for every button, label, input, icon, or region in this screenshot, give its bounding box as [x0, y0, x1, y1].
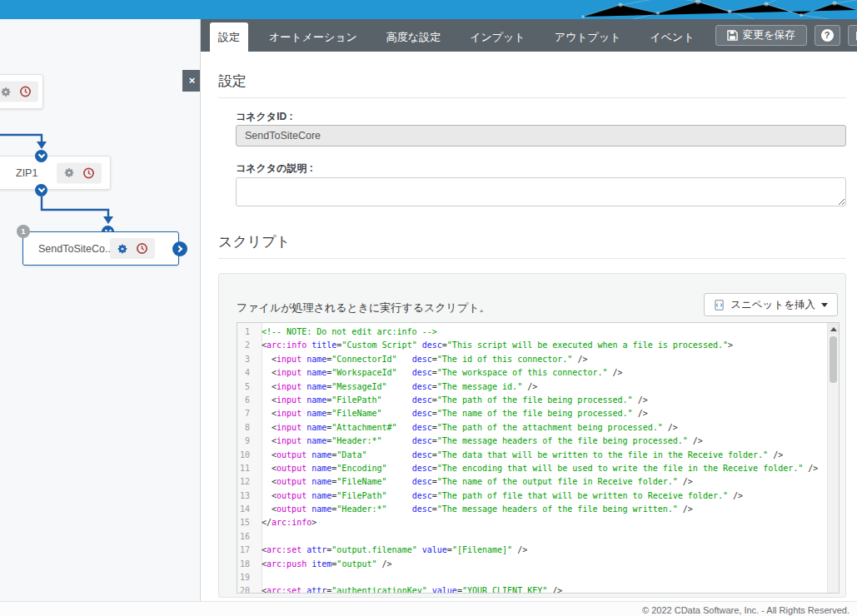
connector-description-textarea[interactable]	[236, 177, 846, 206]
flow-node-sendtositecore[interactable]: 1 SendToSiteCo...	[22, 231, 179, 266]
connector-id-label: コネクタID :	[236, 110, 292, 124]
save-floppy-icon	[727, 30, 738, 41]
tab-bar: 設定オートメーション高度な設定インプットアウトプットイベント 変更を保存 ?	[201, 19, 857, 52]
snippet-button-label: スニペットを挿入	[730, 298, 815, 312]
code-line: 7 <input name="FileName" desc="The name …	[237, 407, 827, 420]
tab-events[interactable]: イベント	[642, 22, 703, 52]
code-line: 19	[237, 571, 827, 584]
footer: © 2022 CData Software, Inc. - All Rights…	[0, 601, 857, 616]
snippet-document-icon	[714, 300, 725, 310]
node-action-pill	[110, 238, 155, 259]
code-line: 12 <output name="FileName" desc="The nam…	[237, 475, 827, 489]
expand-node-chevron-icon[interactable]	[172, 241, 187, 256]
code-line: 8 <input name="Attachment#" desc="The pa…	[237, 421, 827, 435]
close-panel-button[interactable]: ×	[182, 70, 201, 92]
tab-advanced[interactable]: 高度な設定	[378, 22, 449, 52]
node-action-pill	[0, 82, 38, 102]
connection-point-icon[interactable]	[35, 150, 47, 162]
script-description: ファイルが処理されるときに実行するスクリプト。	[237, 301, 490, 315]
section-title-settings: 設定	[218, 72, 247, 91]
network-pattern-decoration	[0, 0, 857, 19]
connection-point-icon[interactable]	[35, 184, 47, 196]
open-external-button[interactable]	[848, 25, 857, 46]
tab-output[interactable]: アウトプット	[546, 22, 630, 52]
code-line: 3 <input name="ConnectorId" desc="The id…	[237, 353, 827, 366]
flow-canvas[interactable]: ZIP1 1	[0, 19, 201, 601]
scrollbar-thumb[interactable]	[830, 336, 837, 383]
insert-snippet-button[interactable]: スニペットを挿入	[704, 293, 838, 316]
question-icon: ?	[821, 29, 834, 42]
code-line: 6 <input name="FilePath" desc="The path …	[237, 394, 827, 407]
node-label: ZIP1	[16, 167, 37, 179]
automation-clock-icon[interactable]	[19, 86, 32, 98]
section-title-script: スクリプト	[218, 232, 291, 251]
connector-description-label: コネクタの説明 :	[236, 161, 313, 176]
code-line: 2<arc:info title="Custom Script" desc="T…	[237, 339, 827, 352]
code-line: 4 <input name="WorkspaceId" desc="The wo…	[237, 366, 827, 380]
code-line: 11 <output name="Encoding" desc="The enc…	[237, 462, 827, 475]
node-action-pill	[57, 162, 102, 183]
gear-icon[interactable]	[0, 86, 12, 97]
save-changes-button[interactable]: 変更を保存	[715, 25, 807, 46]
code-line: 5 <input name="MessageId" desc="The mess…	[237, 380, 827, 394]
code-line: 20<arc:set attr="authenticationKey" valu…	[237, 584, 827, 594]
help-button[interactable]: ?	[815, 25, 840, 46]
automation-clock-icon[interactable]	[82, 166, 95, 179]
code-line: 9 <input name="Header:*" desc="The messa…	[237, 435, 827, 448]
tab-bar-actions: 変更を保存 ?	[715, 19, 857, 52]
gear-icon[interactable]	[63, 167, 75, 179]
top-banner	[0, 0, 857, 19]
message-count-badge: 1	[17, 225, 30, 238]
scroll-up-button[interactable]	[828, 323, 839, 335]
copyright-text: © 2022 CData Software, Inc. - All Rights…	[642, 604, 857, 616]
connector-settings-panel: 設定オートメーション高度な設定インプットアウトプットイベント 変更を保存 ?	[201, 19, 857, 601]
tab-automation[interactable]: オートメーション	[261, 22, 366, 52]
gear-icon[interactable]	[117, 243, 128, 255]
code-line: 18<arc:push item="output" />	[237, 558, 827, 571]
divider	[218, 97, 846, 98]
automation-clock-icon[interactable]	[136, 242, 148, 255]
code-line: 15</arc:info>	[237, 516, 827, 529]
node-label: SendToSiteCo...	[38, 243, 113, 255]
code-line: 13 <output name="FilePath" desc="The pat…	[237, 489, 827, 503]
code-line: 14 <output name="Header:*" desc="The mes…	[237, 503, 827, 516]
flow-node-zip1[interactable]: ZIP1	[0, 156, 111, 190]
code-line: 1<!-- NOTE: Do not edit arc:info -->	[237, 325, 827, 339]
script-panel: ファイルが処理されるときに実行するスクリプト。 スニペットを挿入 1<!-- N…	[218, 273, 846, 598]
script-code-editor[interactable]: 1<!-- NOTE: Do not edit arc:info -->2<ar…	[237, 322, 840, 594]
tab-settings[interactable]: 設定	[210, 22, 248, 52]
editor-scrollbar[interactable]	[827, 323, 839, 593]
flow-node-partial[interactable]	[0, 74, 43, 109]
save-button-label: 変更を保存	[743, 28, 795, 42]
divider	[218, 258, 846, 259]
code-line: 16	[237, 530, 827, 544]
connector-id-input	[236, 125, 846, 147]
code-lines: 1<!-- NOTE: Do not edit arc:info -->2<ar…	[237, 325, 827, 594]
app-root: ZIP1 1	[0, 0, 857, 616]
code-line: 10 <output name="Data" desc="The data th…	[237, 449, 827, 462]
tab-input[interactable]: インプット	[461, 22, 534, 52]
caret-down-icon	[821, 303, 828, 307]
tab-bar-tabs: 設定オートメーション高度な設定インプットアウトプットイベント	[201, 19, 715, 52]
code-line: 17<arc:set attr="output.filename" value=…	[237, 544, 827, 557]
